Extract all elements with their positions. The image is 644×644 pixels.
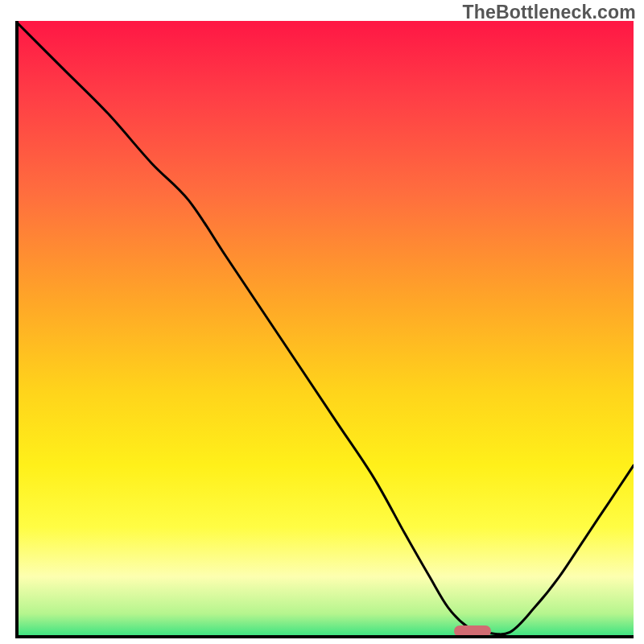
attribution-label: TheBottleneck.com xyxy=(462,2,636,23)
curve-path xyxy=(15,21,634,634)
plot-area xyxy=(15,21,634,638)
bottleneck-curve xyxy=(15,21,634,638)
chart-container: TheBottleneck.com xyxy=(0,0,644,644)
optimal-marker xyxy=(454,625,491,637)
